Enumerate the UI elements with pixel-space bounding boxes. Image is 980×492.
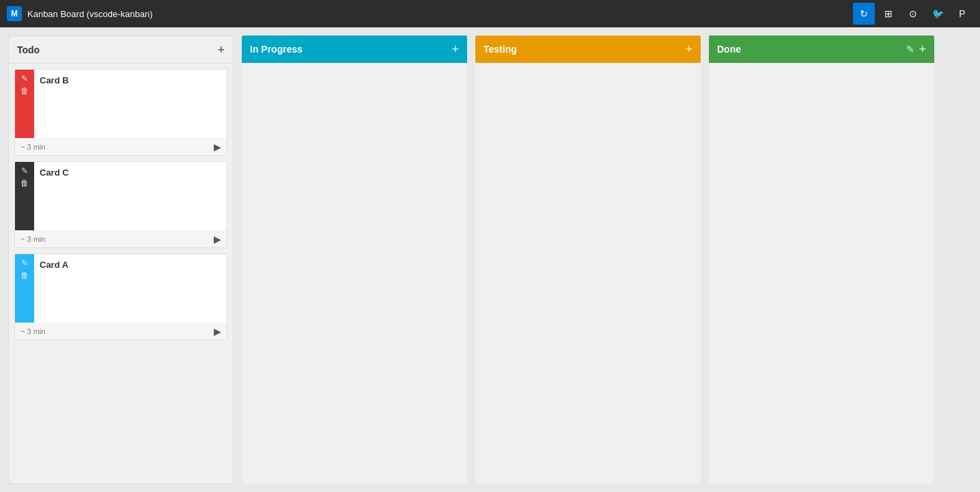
kanban-board: Todo + ✎ 🗑 Card B	[0, 27, 980, 492]
column-todo-actions: +	[217, 44, 225, 56]
column-testing-title: Testing	[484, 44, 517, 55]
column-testing-actions: +	[685, 43, 692, 55]
twitter-button[interactable]: 🐦	[927, 3, 949, 25]
column-testing-header: Testing +	[475, 36, 701, 63]
refresh-button[interactable]: ↻	[853, 3, 875, 25]
refresh-icon: ↻	[860, 8, 868, 19]
card-a-colorbar: ✎ 🗑	[15, 254, 34, 323]
column-todo: Todo + ✎ 🗑 Card B	[8, 36, 234, 484]
card-b-body: ✎ 🗑 Card B	[15, 70, 227, 138]
column-todo-body: ✎ 🗑 Card B ~ 3 min ▶	[9, 64, 233, 483]
column-done-body	[709, 63, 934, 484]
column-inprogress-actions: +	[451, 43, 459, 55]
column-inprogress-title: In Progress	[250, 44, 303, 55]
card-c-colorbar: ✎ 🗑	[15, 162, 34, 230]
column-inprogress-header: In Progress +	[242, 36, 467, 63]
file-icon: ⊞	[884, 8, 893, 19]
column-done-add-button[interactable]: +	[919, 43, 926, 55]
card-b-content: Card B	[34, 70, 227, 138]
card-a-content: Card A	[34, 254, 227, 323]
card-a-time: ~ 3 min	[20, 327, 45, 336]
card-b-play-button[interactable]: ▶	[214, 141, 221, 152]
twitter-icon: 🐦	[932, 8, 944, 19]
app-title: Kanban Board (vscode-kanban)	[27, 9, 153, 19]
column-inprogress-body	[242, 63, 467, 484]
card-a-title: Card A	[40, 260, 68, 270]
card-a[interactable]: ✎ 🗑 Card A ~ 3 min ▶	[14, 254, 227, 340]
card-b-colorbar: ✎ 🗑	[15, 70, 34, 138]
card-b[interactable]: ✎ 🗑 Card B ~ 3 min ▶	[14, 69, 227, 156]
column-testing-add-button[interactable]: +	[685, 43, 692, 55]
column-done: Done ✎ +	[709, 36, 934, 484]
card-c-play-button[interactable]: ▶	[214, 234, 221, 245]
card-c-body: ✎ 🗑 Card C	[15, 162, 227, 230]
github-button[interactable]: ⊙	[902, 3, 924, 25]
card-c-footer: ~ 3 min ▶	[15, 230, 227, 247]
card-b-time: ~ 3 min	[20, 143, 45, 151]
card-a-delete-icon[interactable]: 🗑	[20, 271, 29, 280]
column-testing-body	[475, 63, 701, 484]
app-header: M Kanban Board (vscode-kanban) ↻ ⊞ ⊙ 🐦 P	[0, 0, 980, 27]
app-logo: M	[7, 6, 22, 21]
card-b-edit-icon[interactable]: ✎	[21, 74, 28, 83]
column-todo-add-button[interactable]: +	[217, 44, 225, 56]
column-testing: Testing +	[475, 36, 701, 484]
patreon-button[interactable]: P	[951, 3, 973, 25]
card-c-content: Card C	[34, 162, 227, 230]
patreon-icon: P	[959, 8, 965, 19]
header-right: ↻ ⊞ ⊙ 🐦 P	[853, 3, 973, 25]
card-c[interactable]: ✎ 🗑 Card C ~ 3 min ▶	[14, 161, 227, 248]
column-done-edit-button[interactable]: ✎	[906, 44, 914, 54]
column-done-actions: ✎ +	[906, 43, 926, 55]
card-c-edit-icon[interactable]: ✎	[21, 166, 28, 176]
column-inprogress-add-button[interactable]: +	[451, 43, 459, 55]
app-container: M Kanban Board (vscode-kanban) ↻ ⊞ ⊙ 🐦 P	[0, 0, 980, 492]
card-b-footer: ~ 3 min ▶	[15, 138, 227, 155]
column-done-header: Done ✎ +	[709, 36, 934, 63]
card-c-time: ~ 3 min	[20, 235, 45, 243]
card-a-play-button[interactable]: ▶	[214, 326, 221, 337]
column-inprogress: In Progress +	[242, 36, 467, 484]
card-a-body: ✎ 🗑 Card A	[15, 254, 227, 323]
card-c-delete-icon[interactable]: 🗑	[20, 178, 29, 188]
card-b-title: Card B	[40, 75, 69, 85]
card-b-delete-icon[interactable]: 🗑	[20, 86, 29, 96]
card-a-footer: ~ 3 min ▶	[15, 323, 227, 340]
header-left: M Kanban Board (vscode-kanban)	[7, 6, 153, 21]
file-button[interactable]: ⊞	[878, 3, 899, 25]
card-a-edit-icon[interactable]: ✎	[21, 258, 28, 268]
github-icon: ⊙	[909, 8, 917, 19]
column-todo-title: Todo	[17, 44, 40, 55]
card-c-title: Card C	[40, 167, 69, 178]
column-todo-header: Todo +	[9, 36, 233, 64]
column-done-title: Done	[717, 44, 741, 55]
